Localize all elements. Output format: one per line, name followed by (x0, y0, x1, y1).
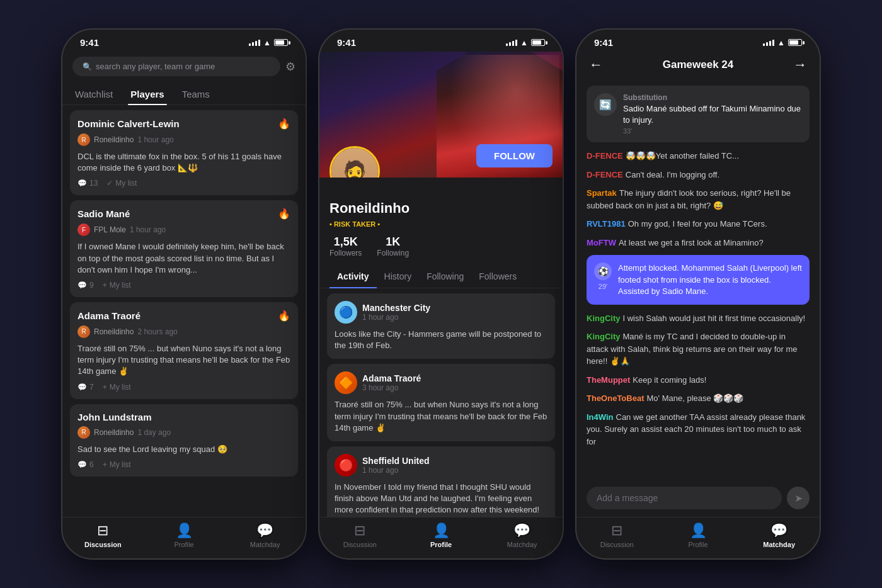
chat-message-4: MoFTWAt least we get a first look at Min… (587, 237, 810, 249)
battery-icon-2 (531, 39, 545, 46)
activity-feed: 🔵 Manchester City 1 hour ago Looks like … (319, 288, 563, 517)
author-avatar: F (77, 223, 90, 236)
back-button[interactable]: ← (589, 57, 603, 73)
chat-message-1: D-FENCECan't deal. I'm logging off. (587, 169, 810, 181)
nav-label-discussion-3: Discussion (600, 541, 634, 548)
club-avatar-sheffield: 🔴 (335, 454, 357, 477)
author-avatar: R (77, 325, 90, 338)
chat-message-0: D-FENCE🤯🤯🤯Yet another failed TC... (587, 150, 810, 162)
chat-messages: 🔄 Substitution Sadio Mané subbed off for… (576, 81, 820, 482)
nav-label-matchday-3: Matchday (763, 541, 795, 548)
avatar-face: 🧔 (331, 148, 378, 178)
forward-button[interactable]: → (793, 57, 807, 73)
msg-text: I wish Salah would just hit it first tim… (622, 314, 805, 323)
likes-count[interactable]: 💬 13 (77, 179, 98, 188)
event-text: Sadio Mané subbed off for Takumi Minamin… (623, 103, 802, 126)
tab-players[interactable]: Players (128, 84, 166, 105)
card-player-name: John Lundstram (77, 412, 152, 422)
nav-profile-3[interactable]: 👤 Profile (658, 523, 739, 548)
following-stat[interactable]: 1K Following (377, 235, 409, 257)
wifi-icon-3: ▲ (777, 38, 785, 47)
msg-username: D-FENCE (587, 170, 623, 179)
discussion-icon: ⊟ (97, 523, 108, 539)
highlighted-event-text: Attempt blocked. Mohammed Salah (Liverpo… (618, 263, 802, 297)
likes-count[interactable]: 💬 6 (77, 460, 94, 469)
author-name: Roneildinho (94, 135, 134, 144)
chat-input-area: Add a message ➤ (576, 482, 820, 517)
activity-mancity[interactable]: 🔵 Manchester City 1 hour ago Looks like … (327, 293, 555, 359)
time-2: 9:41 (337, 37, 356, 48)
followers-stat[interactable]: 1,5K Followers (329, 235, 362, 257)
wifi-icon: ▲ (263, 38, 271, 47)
mylist-btn[interactable]: + My list (103, 460, 131, 469)
comment-icon: 💬 (77, 179, 87, 188)
card-player-name: Dominic Calvert-Lewin (77, 118, 180, 129)
tab-teams[interactable]: Teams (180, 84, 212, 105)
chat-message-8: TheOneToBeatMo' Mane, please 🎲🎲🎲 (587, 392, 810, 405)
discussion-icon-2: ⊟ (354, 523, 365, 539)
activity-text: Looks like the City - Hammers game will … (335, 329, 547, 351)
feed-card-adama[interactable]: Adama Traoré 🔥 R Roneildinho 2 hours ago… (70, 302, 298, 399)
nav-profile[interactable]: 👤 Profile (144, 523, 225, 548)
nav-profile-2[interactable]: 👤 Profile (401, 523, 482, 548)
battery-icon (274, 39, 288, 46)
msg-text: Can we get another TAA assist already pl… (587, 412, 805, 446)
nav-matchday-3[interactable]: 💬 Matchday (738, 523, 820, 548)
follow-button[interactable]: FOLLOW (476, 144, 553, 167)
mylist-btn[interactable]: + My list (103, 281, 131, 290)
tab-watchlist[interactable]: Watchlist (72, 84, 115, 105)
discussion-icon-3: ⊟ (611, 523, 622, 539)
tab-history[interactable]: History (377, 265, 420, 288)
tab-following[interactable]: Following (419, 265, 471, 288)
chat-input[interactable]: Add a message (587, 487, 782, 509)
msg-username: RVLT1981 (587, 219, 626, 229)
msg-text: Oh my god, I feel for you Mane TCers. (628, 219, 767, 229)
mylist-btn[interactable]: + My list (103, 383, 131, 392)
comment-icon: 💬 (77, 460, 87, 469)
bottom-nav-1: ⊟ Discussion 👤 Profile 💬 Matchday (62, 517, 306, 558)
search-bar[interactable]: 🔍 search any player, team or game (72, 57, 280, 76)
msg-username: KingCity (587, 332, 620, 341)
status-bar-3: 9:41 ▲ (576, 30, 820, 52)
highlighted-event: ⚽ 29' Attempt blocked. Mohammed Salah (L… (587, 255, 810, 305)
tabs-row: Watchlist Players Teams (62, 81, 306, 105)
card-text: Traoré still on 75% ... but when Nuno sa… (77, 343, 290, 378)
nav-discussion-2[interactable]: ⊟ Discussion (319, 523, 401, 548)
nav-label-discussion: Discussion (84, 541, 122, 548)
send-button[interactable]: ➤ (787, 487, 810, 509)
nav-matchday[interactable]: 💬 Matchday (224, 523, 306, 548)
filter-icon[interactable]: ⚙ (285, 60, 295, 74)
post-time: 2 hours ago (137, 327, 177, 336)
activity-adama[interactable]: 🔶 Adama Traoré 3 hour ago Traoré still o… (327, 364, 555, 441)
msg-username: TheOneToBeat (587, 393, 644, 403)
activity-time: 3 hour ago (362, 383, 421, 392)
phone-profile: 9:41 ▲ 🧔 FOL (318, 28, 564, 560)
feed-card-mane[interactable]: Sadio Mané 🔥 F FPL Mole 1 hour ago If I … (70, 200, 298, 297)
msg-text: Mo' Mane, please 🎲🎲🎲 (647, 393, 744, 403)
msg-username: MoFTW (587, 238, 616, 247)
likes-count[interactable]: 💬 7 (77, 383, 94, 392)
chat-message-9: In4WinCan we get another TAA assist alre… (587, 411, 810, 448)
nav-matchday-2[interactable]: 💬 Matchday (481, 523, 563, 548)
feed-card-lundstram[interactable]: John Lundstram R Roneildinho 1 day ago S… (70, 404, 298, 477)
nav-discussion[interactable]: ⊟ Discussion (62, 523, 144, 548)
time-1: 9:41 (80, 37, 99, 48)
post-time: 1 hour ago (137, 135, 173, 144)
likes-count[interactable]: 💬 9 (77, 281, 94, 290)
msg-text: Keep it coming lads! (633, 375, 706, 385)
msg-username: Spartak (587, 188, 617, 198)
msg-username: TheMuppet (587, 375, 630, 385)
following-label: Following (377, 249, 409, 257)
tab-followers[interactable]: Followers (471, 265, 524, 288)
nav-discussion-3[interactable]: ⊟ Discussion (576, 523, 658, 548)
profile-info: Roneildinho • RISK TAKER • 1,5K Follower… (319, 178, 563, 265)
tab-activity[interactable]: Activity (329, 265, 377, 288)
activity-club-name: Manchester City (362, 303, 430, 313)
time-3: 9:41 (594, 37, 613, 48)
mylist-btn[interactable]: ✓ My list (106, 179, 137, 188)
signal-icon-3 (763, 40, 774, 46)
feed-card-dcl[interactable]: Dominic Calvert-Lewin 🔥 R Roneildinho 1 … (70, 110, 298, 195)
activity-sheffield[interactable]: 🔴 Sheffield United 1 hour ago In Novembe… (327, 446, 555, 517)
list-icon: ✓ (106, 179, 113, 188)
matchday-icon: 💬 (256, 523, 273, 539)
